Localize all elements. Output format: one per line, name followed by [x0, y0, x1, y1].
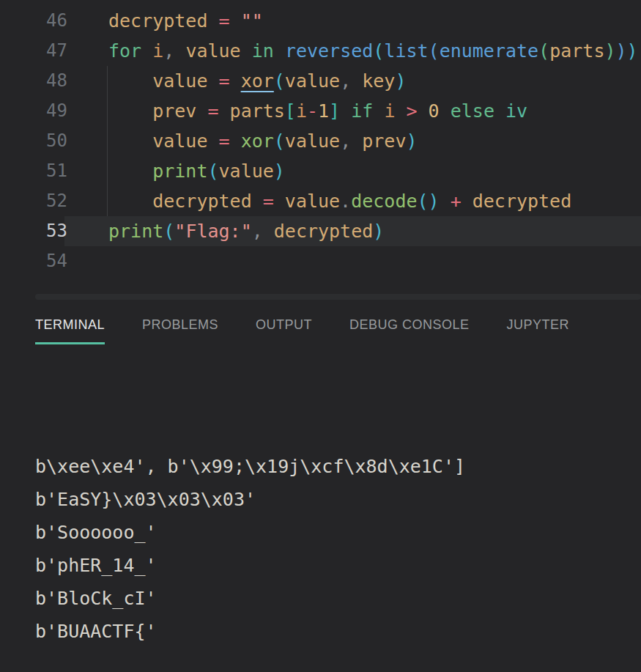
- line-number[interactable]: 48: [0, 66, 67, 96]
- code-text: print(value): [108, 156, 285, 186]
- line-number[interactable]: 46: [0, 6, 67, 36]
- panel-tab-bar: TERMINALPROBLEMSOUTPUTDEBUG CONSOLEJUPYT…: [35, 316, 569, 344]
- code-text: value = xor(value, key): [108, 66, 406, 96]
- terminal-line: b\xee\xe4', b'\x99;\x19j\xcf\x8d\xe1C']: [35, 450, 641, 483]
- terminal-scrollback: b\xee\xe4', b'\x99;\x19j\xcf\x8d\xe1C']b…: [35, 450, 641, 648]
- line-number[interactable]: 54: [0, 246, 67, 276]
- indent-guide: [107, 66, 108, 216]
- code-line[interactable]: 46decrypted = "": [0, 6, 641, 36]
- editor-horizontal-scrollbar[interactable]: [35, 294, 641, 300]
- terminal-line: b'EaSY}\x03\x03\x03': [35, 483, 641, 516]
- tab-debug-console[interactable]: DEBUG CONSOLE: [349, 316, 470, 344]
- code-line[interactable]: 48 value = xor(value, key): [0, 66, 641, 96]
- code-line[interactable]: 54: [0, 246, 641, 276]
- code-line[interactable]: 51 print(value): [0, 156, 641, 186]
- code-text: value = xor(value, prev): [108, 126, 418, 156]
- terminal-line: b'phER_14_': [35, 549, 641, 582]
- line-number[interactable]: 52: [0, 186, 67, 216]
- line-number[interactable]: 51: [0, 156, 67, 186]
- code-text: prev = parts[i-1] if i > 0 else iv: [108, 96, 527, 126]
- line-number[interactable]: 53: [0, 216, 67, 246]
- terminal-output[interactable]: b\xee\xe4', b'\x99;\x19j\xcf\x8d\xe1C']b…: [35, 384, 641, 672]
- terminal-line: b'BloCk_cI': [35, 582, 641, 615]
- line-number[interactable]: 47: [0, 36, 67, 66]
- tab-problems[interactable]: PROBLEMS: [142, 316, 218, 344]
- line-number[interactable]: 50: [0, 126, 67, 156]
- terminal-line: b'Soooooo_': [35, 516, 641, 549]
- code-editor[interactable]: 46decrypted = ""47for i, value in revers…: [0, 0, 641, 293]
- code-text: decrypted = value.decode() + decrypted: [108, 186, 571, 216]
- code-text: for i, value in reversed(list(enumerate(…: [108, 36, 641, 66]
- tab-jupyter[interactable]: JUPYTER: [507, 316, 570, 344]
- tab-output[interactable]: OUTPUT: [256, 316, 312, 344]
- code-text: print("Flag:", decrypted): [108, 216, 384, 246]
- tab-terminal[interactable]: TERMINAL: [35, 316, 105, 344]
- terminal-line: b'BUAACTF{': [35, 615, 641, 648]
- code-line[interactable]: 52 decrypted = value.decode() + decrypte…: [0, 186, 641, 216]
- code-line[interactable]: 50 value = xor(value, prev): [0, 126, 641, 156]
- code-line[interactable]: 47for i, value in reversed(list(enumerat…: [0, 36, 641, 66]
- line-number[interactable]: 49: [0, 96, 67, 126]
- code-line[interactable]: 49 prev = parts[i-1] if i > 0 else iv: [0, 96, 641, 126]
- code-line[interactable]: 53print("Flag:", decrypted): [0, 216, 641, 246]
- code-text: decrypted = "": [108, 6, 263, 36]
- editor-lines: 46decrypted = ""47for i, value in revers…: [0, 6, 641, 276]
